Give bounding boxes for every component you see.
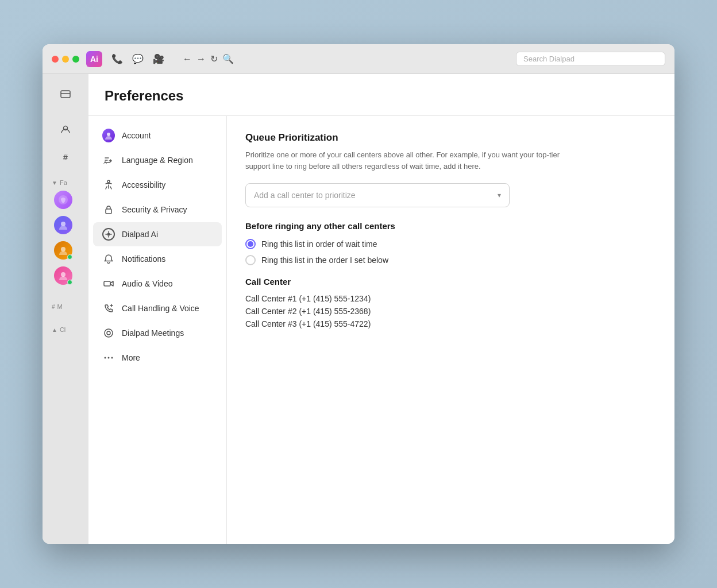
preferences-panel: Preferences Account [88, 74, 674, 544]
dropdown-placeholder: Add a call center to prioritize [254, 191, 356, 200]
svg-point-14 [105, 357, 106, 359]
security-icon [102, 203, 115, 216]
radio-wait-time-dot [248, 241, 253, 247]
meetings-label: Dialpad Meetings [122, 328, 184, 338]
main-area: # ▼ Fa [43, 74, 674, 544]
language-icon: A [102, 154, 115, 167]
notifications-label: Notifications [122, 254, 165, 264]
queue-prioritization-title: Queue Prioritization [245, 132, 656, 144]
contact-lo[interactable] [47, 263, 84, 288]
dialpad-ai-label: Dialpad Ai [122, 230, 158, 239]
audio-video-icon [102, 277, 115, 290]
search-placeholder: Search Dialpad [523, 55, 575, 63]
ring-options-title: Before ringing any other call centers [245, 221, 656, 231]
maximize-button[interactable] [72, 56, 79, 63]
minimize-button[interactable] [62, 56, 69, 63]
app-icon: Ai [86, 51, 102, 67]
traffic-lights [52, 56, 79, 63]
account-label: Account [122, 131, 151, 140]
call-center-2: Call Center #2 (+1 (415) 555-2368) [245, 305, 656, 318]
pref-nav-language[interactable]: A Language & Region [93, 148, 222, 172]
call-handling-label: Call Handling & Voice [122, 304, 199, 313]
phone-icon[interactable]: 📞 [111, 53, 123, 64]
radio-manual-order-label: Ring this list in the order I set below [261, 256, 388, 265]
sidebar-icon-channel[interactable]: # [63, 152, 68, 162]
more-label: More [122, 353, 140, 362]
audio-video-label: Audio & Video [122, 279, 172, 288]
pref-nav-security[interactable]: Security & Privacy [93, 198, 222, 222]
more-channels-label: # M [47, 302, 84, 311]
chevron-down-icon: ▾ [498, 191, 501, 199]
call-center-title: Call Center [245, 277, 656, 287]
svg-rect-0 [61, 91, 70, 98]
close-button[interactable] [52, 56, 59, 63]
pref-nav-audio-video[interactable]: Audio & Video [93, 272, 222, 296]
language-label: Language & Region [122, 156, 193, 165]
preferences-content: Queue Prioritization Prioritize one or m… [226, 116, 674, 544]
titlebar: Ai 📞 💬 🎥 ← → ↻ 🔍 Search Dialpad [43, 44, 674, 74]
svg-point-5 [61, 272, 65, 277]
radio-wait-time-button[interactable] [245, 239, 256, 249]
call-center-dropdown[interactable]: Add a call center to prioritize ▾ [245, 183, 510, 207]
svg-rect-11 [104, 281, 110, 286]
app-sidebar: # ▼ Fa [43, 74, 88, 544]
call-center-1: Call Center #1 (+1 (415) 555-1234) [245, 292, 656, 305]
preferences-title: Preferences [105, 88, 658, 104]
call-center-section: Call Center Call Center #1 (+1 (415) 555… [245, 277, 656, 330]
pref-nav-call-handling[interactable]: Call Handling & Voice [93, 296, 222, 320]
app-window: Ai 📞 💬 🎥 ← → ↻ 🔍 Search Dialpad [43, 44, 674, 544]
contact-ke[interactable] [47, 238, 84, 263]
svg-point-3 [61, 222, 65, 226]
call-center-3: Call Center #3 (+1 (415) 555-4722) [245, 318, 656, 330]
preferences-body: Account A Language & Region [88, 116, 674, 544]
account-avatar-icon [102, 129, 115, 142]
svg-point-8 [107, 180, 110, 183]
forward-arrow-icon[interactable]: → [196, 54, 206, 64]
svg-point-4 [61, 247, 65, 252]
svg-point-12 [105, 329, 113, 337]
video-icon[interactable]: 🎥 [153, 53, 164, 64]
contact-da[interactable] [47, 212, 84, 238]
pref-nav-accessibility[interactable]: Accessibility [93, 173, 222, 197]
pref-nav-account[interactable]: Account [93, 123, 222, 148]
sidebar-icon-inbox[interactable] [54, 83, 77, 106]
more-icon [102, 351, 115, 364]
accessibility-label: Accessibility [122, 180, 165, 189]
radio-manual-order-button[interactable] [245, 255, 256, 265]
cl-section-label: ▲ Cl [47, 325, 84, 334]
queue-description: Prioritize one or more of your call cent… [245, 149, 579, 172]
dialpad-ai-icon [102, 228, 115, 241]
sidebar-icon-contacts[interactable] [54, 118, 77, 141]
preferences-header: Preferences [88, 74, 674, 116]
pref-nav-notifications[interactable]: Notifications [93, 247, 222, 271]
meetings-icon [102, 327, 115, 339]
refresh-icon[interactable]: ↻ [210, 53, 218, 64]
security-label: Security & Privacy [122, 205, 187, 214]
radio-wait-time[interactable]: Ring this list in order of wait time [245, 239, 656, 249]
accessibility-icon [102, 179, 115, 191]
preferences-nav: Account A Language & Region [88, 116, 226, 544]
contact-be[interactable] [47, 187, 84, 212]
svg-rect-9 [106, 209, 111, 214]
back-arrow-icon[interactable]: ← [183, 54, 192, 64]
chat-icon[interactable]: 💬 [132, 53, 144, 64]
svg-text:A: A [103, 160, 107, 165]
search-bar[interactable]: Search Dialpad [516, 52, 665, 66]
nav-arrows: ← → ↻ 🔍 [183, 53, 234, 64]
search-icon[interactable]: 🔍 [222, 53, 234, 64]
favorites-label: ▼ Fa [47, 178, 84, 187]
pref-nav-dialpad-ai[interactable]: Dialpad Ai [93, 222, 222, 246]
svg-point-15 [108, 357, 110, 359]
svg-point-13 [107, 331, 110, 335]
radio-manual-order[interactable]: Ring this list in the order I set below [245, 255, 656, 265]
svg-point-16 [111, 357, 113, 359]
svg-point-10 [107, 233, 110, 236]
pref-nav-more[interactable]: More [93, 346, 222, 370]
call-handling-icon [102, 302, 115, 315]
radio-wait-time-label: Ring this list in order of wait time [261, 239, 377, 249]
notifications-icon [102, 253, 115, 265]
pref-nav-meetings[interactable]: Dialpad Meetings [93, 321, 222, 345]
svg-point-6 [107, 133, 110, 136]
nav-icons: 📞 💬 🎥 [111, 53, 164, 64]
